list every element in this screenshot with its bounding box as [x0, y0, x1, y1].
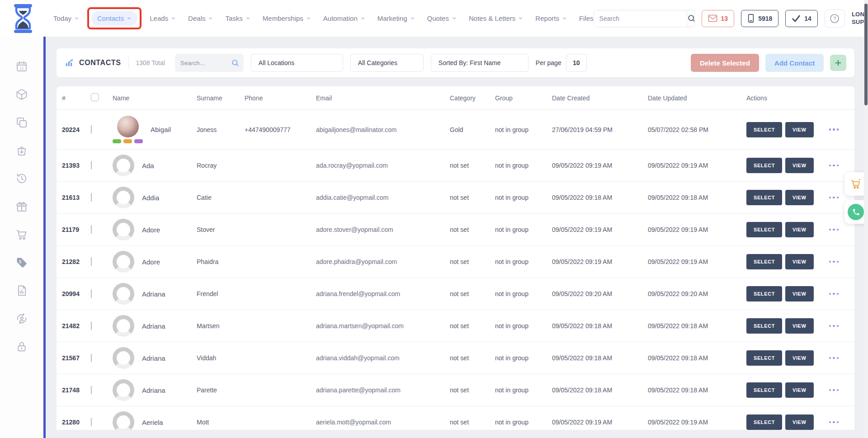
- cart-icon[interactable]: [15, 228, 28, 241]
- nav-item-today[interactable]: Today: [53, 14, 79, 22]
- checkbox-icon[interactable]: [91, 161, 92, 170]
- row-checkbox[interactable]: [91, 322, 113, 330]
- global-search-input[interactable]: [594, 10, 687, 27]
- avatar[interactable]: [113, 411, 134, 430]
- nav-item-quotes[interactable]: Quotes: [427, 14, 457, 22]
- calls-badge[interactable]: 5918: [741, 10, 778, 27]
- row-checkbox[interactable]: [91, 226, 113, 234]
- view-button[interactable]: VIEW: [785, 414, 814, 430]
- row-menu-icon[interactable]: [829, 357, 839, 359]
- avatar[interactable]: [113, 315, 134, 337]
- checkbox-icon[interactable]: [91, 193, 92, 202]
- search-icon[interactable]: [231, 59, 239, 67]
- avatar[interactable]: [113, 251, 134, 273]
- tag-icon[interactable]: $: [15, 256, 28, 269]
- search-icon[interactable]: [687, 10, 695, 27]
- nav-item-tasks[interactable]: Tasks: [225, 14, 250, 22]
- avatar[interactable]: [113, 379, 134, 401]
- row-menu-icon[interactable]: [829, 325, 839, 327]
- calendar-icon[interactable]: 12: [15, 60, 28, 73]
- checkbox-icon[interactable]: [91, 386, 92, 394]
- row-menu-icon[interactable]: [829, 389, 839, 391]
- select-button[interactable]: SELECT: [746, 350, 782, 366]
- avatar[interactable]: [113, 283, 134, 305]
- nav-item-marketing[interactable]: Marketing: [377, 14, 415, 22]
- view-button[interactable]: VIEW: [785, 286, 814, 301]
- add-contact-button[interactable]: Add Contact: [765, 54, 824, 72]
- per-page-select[interactable]: 10: [566, 54, 587, 72]
- row-menu-icon[interactable]: [829, 293, 839, 295]
- nav-item-files[interactable]: Files: [579, 14, 594, 22]
- avatar[interactable]: [117, 116, 139, 137]
- account-icon[interactable]: [15, 312, 28, 325]
- nav-item-contacts[interactable]: Contacts: [91, 11, 137, 26]
- select-button[interactable]: SELECT: [746, 190, 782, 205]
- row-checkbox[interactable]: [91, 193, 113, 202]
- locations-filter[interactable]: All Locations: [251, 54, 343, 72]
- messages-badge[interactable]: 13: [702, 10, 735, 27]
- contacts-search-input[interactable]: [180, 60, 231, 66]
- row-checkbox[interactable]: [91, 290, 113, 298]
- view-button[interactable]: VIEW: [785, 382, 814, 398]
- select-button[interactable]: SELECT: [746, 414, 782, 430]
- row-menu-icon[interactable]: [829, 197, 839, 199]
- select-button[interactable]: SELECT: [746, 254, 782, 269]
- view-button[interactable]: VIEW: [785, 254, 814, 269]
- avatar[interactable]: [113, 187, 134, 208]
- nav-item-notes-letters[interactable]: Notes & Letters: [469, 14, 523, 22]
- sort-filter[interactable]: Sorted By: First Name: [431, 54, 528, 72]
- quick-add-icon[interactable]: [830, 55, 846, 71]
- view-button[interactable]: VIEW: [785, 122, 814, 137]
- select-button[interactable]: SELECT: [746, 318, 782, 334]
- gift-icon[interactable]: [15, 200, 28, 213]
- nav-item-leads[interactable]: Leads: [150, 14, 176, 22]
- nav-item-deals[interactable]: Deals: [188, 14, 213, 22]
- checkbox-icon[interactable]: [91, 321, 92, 330]
- help-button[interactable]: ?: [825, 9, 845, 28]
- package-icon[interactable]: [15, 88, 28, 101]
- select-button[interactable]: SELECT: [746, 222, 782, 237]
- bag-icon[interactable]: [15, 144, 28, 157]
- select-all-checkbox[interactable]: [91, 93, 113, 103]
- checkbox-icon[interactable]: [91, 418, 92, 426]
- nav-item-reports[interactable]: Reports: [535, 14, 567, 22]
- select-button[interactable]: SELECT: [746, 286, 782, 301]
- row-checkbox[interactable]: [91, 258, 113, 266]
- scrollbar-thumb[interactable]: [864, 4, 868, 105]
- history-icon[interactable]: [15, 172, 28, 185]
- view-button[interactable]: VIEW: [785, 350, 814, 366]
- row-menu-icon[interactable]: [829, 229, 839, 231]
- row-menu-icon[interactable]: [829, 128, 839, 131]
- checkbox-icon[interactable]: [91, 225, 92, 234]
- copy-icon[interactable]: [15, 116, 28, 129]
- row-checkbox[interactable]: [91, 161, 113, 170]
- lock-icon[interactable]: [15, 340, 28, 353]
- row-menu-icon[interactable]: [829, 261, 839, 263]
- view-button[interactable]: VIEW: [785, 318, 814, 334]
- nav-item-memberships[interactable]: Memberships: [263, 14, 311, 22]
- avatar[interactable]: [113, 155, 134, 176]
- row-menu-icon[interactable]: [829, 421, 839, 424]
- select-button[interactable]: SELECT: [746, 122, 782, 137]
- row-checkbox[interactable]: [91, 126, 113, 134]
- checkbox-icon[interactable]: [91, 257, 92, 266]
- checkbox-icon[interactable]: [91, 125, 92, 134]
- view-button[interactable]: VIEW: [785, 158, 814, 173]
- checkbox-icon[interactable]: [91, 289, 92, 298]
- nav-item-automation[interactable]: Automation: [323, 14, 365, 22]
- avatar[interactable]: [113, 347, 134, 369]
- tasks-badge[interactable]: 14: [785, 10, 818, 27]
- app-logo-hourglass-icon[interactable]: [10, 4, 36, 33]
- avatar[interactable]: [113, 219, 134, 240]
- select-button[interactable]: SELECT: [746, 382, 782, 398]
- view-button[interactable]: VIEW: [785, 190, 814, 205]
- row-checkbox[interactable]: [91, 386, 113, 394]
- delete-selected-button[interactable]: Delete Selected: [691, 54, 759, 72]
- checkbox-icon[interactable]: [91, 353, 92, 362]
- categories-filter[interactable]: All Categories: [350, 54, 424, 72]
- select-button[interactable]: SELECT: [746, 158, 782, 173]
- view-button[interactable]: VIEW: [785, 222, 814, 237]
- row-menu-icon[interactable]: [829, 165, 839, 167]
- page-scrollbar[interactable]: [864, 0, 868, 438]
- report-icon[interactable]: [15, 284, 28, 297]
